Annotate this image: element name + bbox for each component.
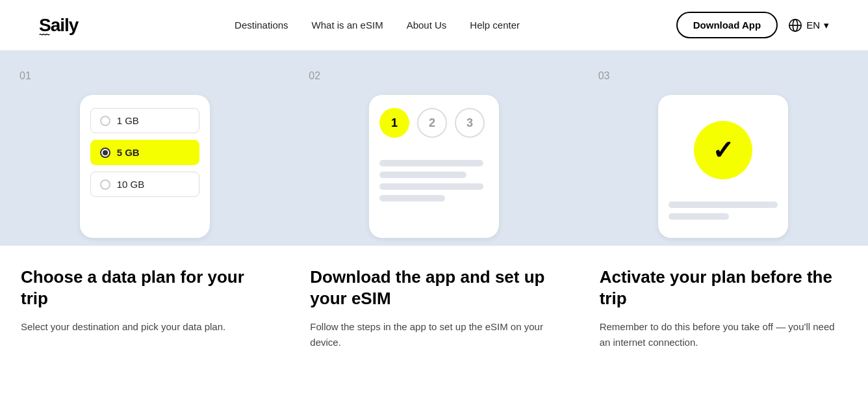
nav-links: Destinations What is an eSIM About Us He… (235, 20, 520, 31)
card-3-phone-mockup: ✓ (658, 95, 788, 238)
nav-about-us[interactable]: About Us (407, 20, 447, 31)
card-3-desc: Remember to do this before you take off … (600, 319, 847, 350)
card-3-illustration: 03 ✓ (579, 51, 868, 246)
steps-row: 1 2 3 (379, 108, 489, 138)
check-circle: ✓ (694, 121, 752, 179)
nav-what-is-esim[interactable]: What is an eSIM (312, 20, 383, 31)
plan-1gb-label: 1 GB (117, 115, 139, 126)
card-3-status-lines (669, 202, 778, 220)
card-1-number: 01 (19, 70, 270, 82)
navbar: Saily Destinations What is an eSIM About… (0, 0, 868, 51)
card-1-phone-mockup: 1 GB 5 GB 10 GB (80, 95, 210, 238)
step-2-circle: 2 (417, 108, 447, 138)
download-app-button[interactable]: Download App (676, 12, 778, 38)
radio-1gb (100, 116, 110, 126)
radio-5gb (100, 148, 110, 158)
plan-5gb-label: 5 GB (117, 147, 140, 158)
card-2-number: 02 (309, 70, 559, 82)
status-line-2 (669, 213, 728, 220)
card-1-desc: Select your destination and pick your da… (21, 319, 268, 335)
lang-chevron: ▾ (824, 20, 829, 31)
card-2-body: Download the app and set up your eSIM Fo… (289, 246, 578, 366)
content-line-2 (379, 172, 466, 178)
cards-container: 01 1 GB 5 GB 10 GB (0, 51, 868, 366)
logo[interactable]: Saily (39, 15, 78, 36)
language-selector[interactable]: EN ▾ (788, 18, 829, 32)
card-download-app: 02 1 2 3 Download the app an (289, 51, 578, 366)
plan-option-1gb[interactable]: 1 GB (90, 108, 199, 133)
card-3-number: 03 (598, 70, 849, 82)
check-mark-icon: ✓ (712, 135, 734, 165)
content-line-4 (379, 195, 445, 202)
status-line-1 (669, 202, 778, 208)
card-choose-plan: 01 1 GB 5 GB 10 GB (0, 51, 289, 366)
card-2-title: Download the app and set up your eSIM (310, 266, 557, 309)
card-3-title: Activate your plan before the trip (600, 266, 847, 309)
radio-10gb (100, 179, 110, 190)
lang-label: EN (806, 20, 820, 31)
nav-destinations[interactable]: Destinations (235, 20, 288, 31)
step-3-circle: 3 (455, 108, 485, 138)
plan-10gb-label: 10 GB (117, 179, 145, 190)
globe-icon (788, 18, 802, 32)
nav-help-center[interactable]: Help center (470, 20, 520, 31)
nav-right: Download App EN ▾ (676, 12, 829, 38)
plan-option-10gb[interactable]: 10 GB (90, 172, 199, 197)
card-1-title: Choose a data plan for your trip (21, 266, 268, 309)
card-activate-plan: 03 ✓ Activate your plan before the trip … (579, 51, 868, 366)
card-1-body: Choose a data plan for your trip Select … (0, 246, 289, 350)
card-2-phone-mockup: 1 2 3 (369, 95, 499, 238)
plan-option-5gb[interactable]: 5 GB (90, 140, 199, 165)
step-1-circle: 1 (379, 108, 409, 138)
card-2-content-lines (379, 160, 489, 202)
content-line-3 (379, 183, 483, 190)
card-3-body: Activate your plan before the trip Remem… (579, 246, 868, 366)
card-2-desc: Follow the steps in the app to set up th… (310, 319, 557, 350)
card-2-illustration: 02 1 2 3 (289, 51, 578, 246)
content-line-1 (379, 160, 483, 166)
card-1-illustration: 01 1 GB 5 GB 10 GB (0, 51, 289, 246)
main-content: 01 1 GB 5 GB 10 GB (0, 51, 868, 366)
